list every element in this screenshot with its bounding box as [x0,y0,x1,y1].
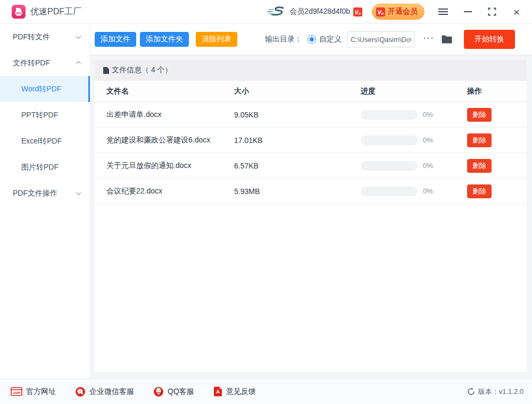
delete-button[interactable]: 删除 [467,108,492,122]
add-folder-button[interactable]: 添加文件夹 [140,32,189,47]
progress-percent: 0% [423,136,433,144]
sidebar-item-excel-to-pdf[interactable]: Excel转PDF [0,128,90,154]
vip-badge-icon: VIP [353,7,362,16]
svg-text:.com: .com [12,391,20,394]
main-area: 添加文件 添加文件夹 清除列表 输出目录： 自定义 ··· 开始转换 [90,24,532,378]
version-info: 版本：v1.1.2.0 [467,387,523,397]
progress-percent: 0% [423,162,433,170]
svg-text:PDF: PDF [17,12,20,14]
open-membership-button[interactable]: VIP 开通会员 [372,4,425,20]
file-size: 17.01KB [234,136,361,145]
sidebar-item-image-to-pdf[interactable]: 图片转PDF [0,154,90,180]
minimize-button[interactable] [462,6,473,18]
file-name: 出差申请单.docx [106,110,234,120]
maximize-button[interactable] [486,6,498,18]
custom-dir-radio[interactable] [307,35,316,44]
add-file-button[interactable]: 添加文件 [95,32,136,47]
progress-percent: 0% [423,187,433,195]
clear-list-button[interactable]: 清除列表 [196,32,237,47]
member-id-label: 会员2d9f428d4f0b [289,7,350,16]
file-size: 6.57KB [234,162,361,170]
table-row: 党的建设和廉政公署建设6.docx 17.01KB 0% 删除 [95,128,527,153]
member-avatar-icon [267,5,285,18]
feedback-icon [213,386,222,397]
app-title: 优速PDF工厂 [30,6,81,18]
file-list-panel: 文件信息（ 4 个） 文件名 大小 进度 操作 出差申请单.docx 9.05K… [95,60,527,372]
sidebar-group-pdf-to-file[interactable]: PDF转文件 [0,24,90,50]
version-label: 版本：v1.1.2.0 [478,387,523,397]
output-path-input[interactable] [347,31,415,47]
file-name: 会议纪要22.docx [106,187,234,196]
minimize-icon [464,11,472,12]
close-icon: × [513,6,520,18]
sidebar-item-word-to-pdf[interactable]: Word转PDF [0,76,90,102]
wechat-support-link[interactable]: 企业微信客服 [75,386,134,397]
chevron-down-icon [76,33,81,39]
delete-button[interactable]: 删除 [467,159,492,173]
qq-icon [153,386,164,397]
toolbar: 添加文件 添加文件夹 清除列表 输出目录： 自定义 ··· 开始转换 [90,24,532,55]
delete-button[interactable]: 删除 [467,184,492,198]
refresh-icon[interactable] [467,388,475,395]
file-name: 党的建设和廉政公署建设6.docx [106,136,234,145]
sidebar-item-ppt-to-pdf[interactable]: PPT转PDF [0,102,90,128]
progress-bar [361,187,418,196]
column-header-filename: 文件名 [106,87,234,96]
file-size: 5.93MB [234,187,361,196]
website-icon: .com [11,387,22,396]
progress-percent: 0% [423,111,433,119]
hamburger-icon [438,9,448,15]
sidebar-group-file-to-pdf[interactable]: 文件转PDF [0,50,90,76]
wechat-icon [75,386,86,397]
progress-bar [361,110,418,120]
progress-bar [361,161,418,171]
maximize-icon [488,7,496,16]
column-header-progress: 进度 [361,87,467,96]
vip-badge-icon: VIP [376,7,385,16]
delete-button[interactable]: 删除 [467,133,492,147]
official-website-link[interactable]: .com 官方网址 [11,387,56,397]
chevron-down-icon [76,190,81,195]
chevron-up-icon [76,61,81,66]
open-folder-button[interactable] [441,35,453,44]
qq-support-link[interactable]: QQ客服 [153,386,194,397]
progress-bar [361,136,418,145]
file-size: 9.05KB [234,111,361,119]
column-header-action: 操作 [467,87,527,96]
folder-icon [441,35,453,44]
feedback-link[interactable]: 意见反馈 [213,386,256,397]
title-bar: PDF 优速PDF工厂 会员2d9f428d4f0b VIP VIP 开通会员 [0,0,532,24]
app-logo-icon: PDF [12,5,26,19]
table-row: 会议纪要22.docx 5.93MB 0% 删除 [95,179,527,204]
file-info-header: 文件信息（ 4 个） [95,60,527,81]
custom-dir-radio-label: 自定义 [319,35,342,44]
table-row: 关于元旦放假的通知.docx 6.57KB 0% 删除 [95,153,527,179]
column-header-size: 大小 [234,87,361,96]
sidebar-group-pdf-operations[interactable]: PDF文件操作 [0,180,90,206]
sidebar: PDF转文件 文件转PDF Word转PDF PPT转PDF Excel转PDF… [0,24,90,378]
table-row: 出差申请单.docx 9.05KB 0% 删除 [95,102,527,128]
start-convert-button[interactable]: 开始转换 [464,30,515,49]
menu-button[interactable] [437,6,449,18]
browse-more-button[interactable]: ··· [421,33,436,46]
file-name: 关于元旦放假的通知.docx [106,161,234,171]
close-button[interactable]: × [511,6,522,18]
app-window: PDF 优速PDF工厂 会员2d9f428d4f0b VIP VIP 开通会员 [0,0,532,404]
footer-bar: .com 官方网址 企业微信客服 QQ [0,378,532,404]
output-dir-label: 输出目录： [265,35,302,44]
table-header-row: 文件名 大小 进度 操作 [95,81,527,102]
file-icon [103,66,110,74]
